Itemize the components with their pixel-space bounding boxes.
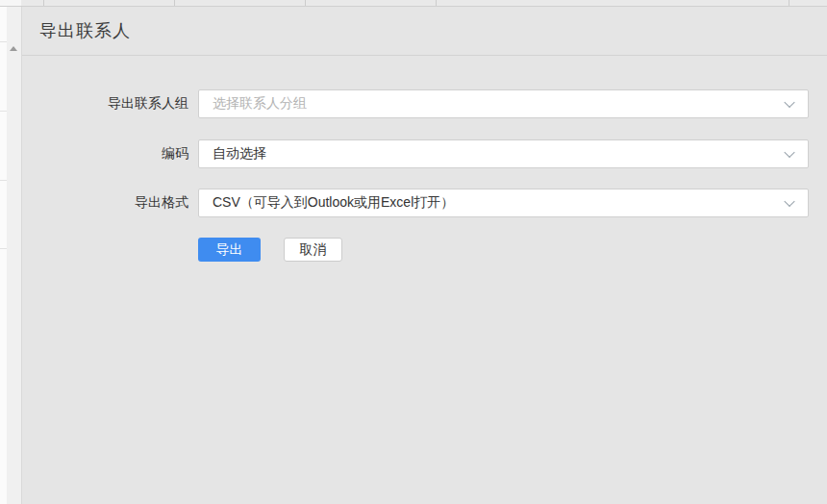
list-row-divider xyxy=(0,248,7,249)
button-row: 导出 取消 xyxy=(198,238,827,262)
format-label: 导出格式 xyxy=(22,194,188,212)
top-edge-divider xyxy=(43,0,44,6)
contact-group-label: 导出联系人组 xyxy=(22,95,188,113)
chevron-down-icon xyxy=(784,147,794,158)
export-button[interactable]: 导出 xyxy=(198,238,261,262)
form-row-format: 导出格式 CSV（可导入到Outlook或用Excel打开） xyxy=(22,189,827,217)
format-select[interactable]: CSV（可导入到Outlook或用Excel打开） xyxy=(198,189,809,217)
page-title: 导出联系人 xyxy=(39,19,131,42)
list-row-divider xyxy=(0,180,7,181)
encoding-value: 自动选择 xyxy=(213,145,266,163)
encoding-select[interactable]: 自动选择 xyxy=(198,139,809,168)
contact-group-select[interactable]: 选择联系人分组 xyxy=(198,89,809,118)
format-value: CSV（可导入到Outlook或用Excel打开） xyxy=(213,194,454,212)
top-edge-divider xyxy=(436,0,437,6)
top-edge-strip xyxy=(0,0,827,7)
form-row-encoding: 编码 自动选择 xyxy=(22,139,827,168)
encoding-label: 编码 xyxy=(22,145,188,163)
top-edge-divider xyxy=(789,0,789,6)
vertical-scrollbar[interactable] xyxy=(7,7,21,504)
list-row-divider xyxy=(0,111,7,112)
left-edge-region xyxy=(0,7,22,504)
form-row-contact-group: 导出联系人组 选择联系人分组 xyxy=(22,89,827,118)
list-row-divider xyxy=(0,41,7,42)
top-edge-divider xyxy=(305,0,306,6)
export-form: 导出联系人组 选择联系人分组 编码 自动选择 导出格式 CSV（可导入到Outl… xyxy=(22,56,827,504)
panel-header: 导出联系人 xyxy=(22,7,827,56)
cancel-button[interactable]: 取消 xyxy=(284,238,342,262)
contact-group-value: 选择联系人分组 xyxy=(213,95,307,113)
top-edge-left xyxy=(0,0,21,6)
top-edge-divider xyxy=(174,0,175,6)
chevron-down-icon xyxy=(784,97,794,108)
chevron-down-icon xyxy=(784,196,794,207)
list-edge-column xyxy=(0,7,7,504)
scroll-up-icon[interactable] xyxy=(10,46,17,51)
